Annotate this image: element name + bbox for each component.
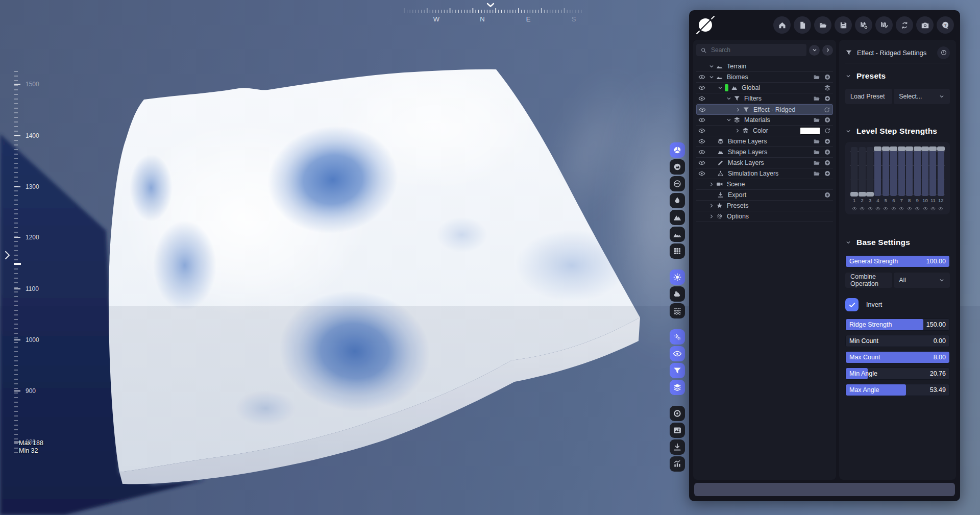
- screenshot-button[interactable]: [916, 16, 934, 34]
- level-visibility-toggle[interactable]: [883, 204, 888, 213]
- tree-expander[interactable]: [708, 74, 716, 80]
- tree-row-shape-layers[interactable]: Shape Layers: [696, 147, 833, 158]
- min-count-slider[interactable]: Min Count0.00: [845, 335, 950, 347]
- collapse-all-button[interactable]: [809, 45, 820, 56]
- compass[interactable]: WNES: [401, 2, 585, 26]
- auto-generate-button[interactable]: [670, 329, 685, 345]
- grid-view-button[interactable]: [670, 243, 685, 259]
- level-slider-track[interactable]: [929, 147, 936, 196]
- level-slider-track[interactable]: [906, 147, 913, 196]
- refresh-button[interactable]: [823, 106, 830, 113]
- level-visibility-toggle[interactable]: [891, 204, 896, 213]
- tree-row-biome-layers[interactable]: Biome Layers: [696, 136, 833, 147]
- level-visibility-toggle[interactable]: [875, 204, 880, 213]
- level-visibility-toggle[interactable]: [923, 204, 928, 213]
- tree-row-scene[interactable]: Scene: [696, 179, 833, 190]
- max-angle-slider[interactable]: Max Angle53.49: [845, 384, 950, 396]
- tree-row-terrain[interactable]: Terrain: [696, 61, 833, 72]
- visibility-toggle[interactable]: [698, 127, 708, 134]
- level-slider-handle[interactable]: [874, 146, 881, 151]
- layers-toggle-button[interactable]: [670, 380, 685, 395]
- level-slider-handle[interactable]: [882, 146, 890, 151]
- tree-row-biomes[interactable]: Biomes: [696, 72, 833, 83]
- tree-expander[interactable]: [734, 128, 742, 134]
- level-visibility-toggle[interactable]: [868, 204, 873, 213]
- level-visibility-toggle[interactable]: [852, 204, 857, 213]
- level-visibility-toggle[interactable]: [915, 204, 920, 213]
- open-folder-button[interactable]: [813, 95, 820, 102]
- open-folder-button[interactable]: [814, 16, 831, 34]
- search-input[interactable]: [710, 46, 802, 54]
- tree-expander[interactable]: [726, 95, 733, 102]
- tree-expander[interactable]: [717, 85, 725, 91]
- clouds-button[interactable]: [670, 286, 685, 302]
- tree-expander[interactable]: [735, 107, 743, 113]
- visibility-button[interactable]: [670, 346, 685, 361]
- shaded-view-button[interactable]: [670, 142, 685, 158]
- sync-button[interactable]: [896, 16, 913, 34]
- enable-toggle-button[interactable]: [937, 46, 950, 59]
- tree-row-materials[interactable]: Materials: [696, 115, 833, 126]
- water-view-button[interactable]: [670, 193, 685, 208]
- level-slider-handle[interactable]: [890, 146, 897, 151]
- tree-row-filters[interactable]: Filters: [696, 93, 833, 104]
- add-button[interactable]: [824, 149, 831, 156]
- level-visibility-toggle[interactable]: [938, 204, 943, 213]
- tree-expander[interactable]: [708, 63, 716, 69]
- level-visibility-toggle[interactable]: [907, 204, 912, 213]
- wireframe-view-button[interactable]: [670, 176, 685, 191]
- level-slider-handle[interactable]: [937, 146, 945, 151]
- level-slider-handle[interactable]: [850, 192, 858, 197]
- level-slider-track[interactable]: [867, 147, 873, 196]
- level-slider-handle[interactable]: [914, 146, 921, 151]
- visibility-toggle[interactable]: [698, 84, 708, 91]
- rock-view-button[interactable]: [670, 159, 685, 175]
- max-count-slider[interactable]: Max Count8.00: [845, 351, 950, 363]
- open-folder-button[interactable]: [813, 149, 820, 156]
- expand-all-button[interactable]: [822, 45, 833, 56]
- ridge-strength-slider[interactable]: Ridge Strength150.00: [845, 318, 950, 331]
- filters-toggle-button[interactable]: [670, 363, 685, 378]
- visibility-toggle[interactable]: [698, 159, 708, 166]
- level-slider-track[interactable]: [898, 147, 905, 196]
- tree-row-options[interactable]: Options: [696, 211, 833, 222]
- record-button[interactable]: [670, 406, 685, 421]
- tree-expander[interactable]: [708, 203, 716, 209]
- color-swatch[interactable]: [800, 127, 820, 135]
- add-button[interactable]: [824, 116, 831, 124]
- open-folder-button[interactable]: [813, 138, 820, 145]
- add-button[interactable]: [824, 138, 831, 145]
- save-button[interactable]: [835, 16, 852, 34]
- level-visibility-toggle[interactable]: [899, 204, 904, 213]
- combine-operation-select[interactable]: All: [894, 273, 950, 288]
- tree-row-simulation-layers[interactable]: Simulation Layers: [696, 168, 833, 179]
- open-folder-button[interactable]: [813, 159, 820, 166]
- snapshot-button[interactable]: [670, 423, 685, 438]
- open-folder-button[interactable]: [813, 170, 820, 177]
- open-folder-button[interactable]: [813, 116, 820, 124]
- visibility-toggle[interactable]: [698, 95, 708, 102]
- presets-section-header[interactable]: Presets: [845, 71, 950, 81]
- tree-row-export[interactable]: Export: [696, 190, 833, 201]
- visibility-toggle[interactable]: [698, 170, 708, 177]
- add-button[interactable]: [824, 159, 831, 166]
- level-slider-track[interactable]: [883, 147, 889, 196]
- load-preset-select[interactable]: Select...: [894, 89, 950, 104]
- visibility-toggle[interactable]: [698, 73, 708, 81]
- add-button[interactable]: [824, 191, 831, 199]
- home-button[interactable]: [773, 16, 791, 34]
- features-view-button[interactable]: [670, 227, 685, 242]
- export-download-button[interactable]: [670, 439, 685, 455]
- add-layer-button[interactable]: [824, 84, 831, 91]
- level-visibility-toggle[interactable]: [930, 204, 936, 213]
- level-slider-handle[interactable]: [929, 146, 937, 151]
- tree-row-presets[interactable]: Presets: [696, 201, 833, 211]
- min-angle-slider[interactable]: Min Angle20.76: [845, 367, 950, 380]
- new-file-button[interactable]: [794, 16, 811, 34]
- mountain-view-button[interactable]: [670, 210, 685, 225]
- sun-lighting-button[interactable]: [670, 269, 685, 285]
- level-slider-track[interactable]: [938, 147, 944, 196]
- save-as-button[interactable]: [855, 16, 872, 34]
- add-button[interactable]: [824, 73, 831, 81]
- general-strength-slider[interactable]: General Strength 100.00: [845, 255, 950, 267]
